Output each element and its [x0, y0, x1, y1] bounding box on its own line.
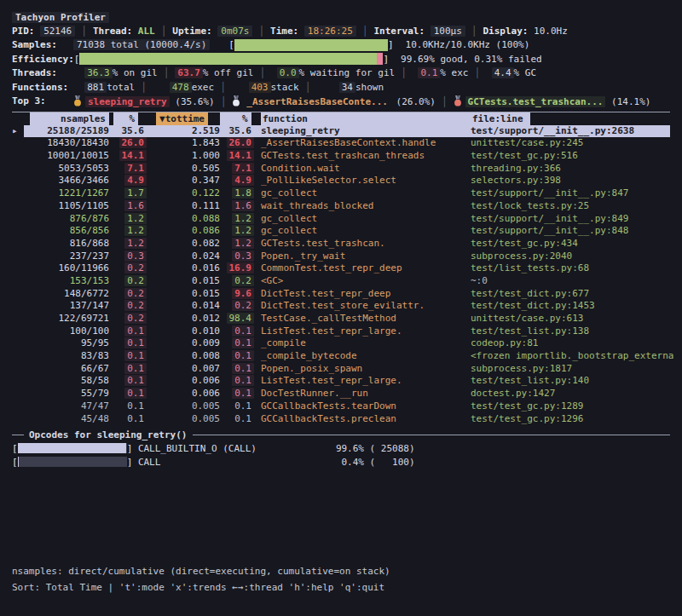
top3-entry[interactable]: sleeping_retry (35.6%) [73, 96, 215, 107]
table-row[interactable]: 47/470.10.0050.1GCCallbackTests.tearDown… [24, 400, 670, 413]
cell-fileline: test/lock_tests.py:25 [471, 200, 682, 213]
table-row[interactable]: 816/8681.20.0821.2GCTests.test_trashcan.… [24, 238, 670, 250]
row-cursor [12, 325, 24, 338]
table-row[interactable]: 100/1000.10.0100.1ListTest.test_repr_lar… [24, 325, 670, 338]
thread-value[interactable]: ALL [138, 26, 155, 37]
opcode-bar-fill [18, 457, 19, 467]
table-row[interactable]: 1221/12671.70.1221.8gc_collecttest/suppo… [24, 187, 670, 200]
cell-fileline: test/support/__init__.py:848 [471, 225, 682, 238]
cell-nsamples: 10001/10015 [24, 150, 109, 163]
cell-pct-direct: 0.1 [109, 350, 147, 363]
column-header-function[interactable]: function [254, 112, 471, 125]
cell-function: Popen._posix_spawn [254, 363, 471, 376]
cell-fileline: <frozen importlib._bootstrap_externa [471, 350, 682, 363]
cell-pct-direct: 0.1 [109, 337, 147, 350]
table-row[interactable]: 122/697210.20.01298.4TestCase._callTestM… [24, 313, 670, 325]
display-label: Display: [483, 26, 528, 37]
stat-unit: stack [271, 82, 299, 93]
table-row[interactable]: 137/1470.20.0140.2DictTest.test_store_ev… [24, 300, 670, 313]
cell-pct-cumulative: 14.1 [220, 150, 254, 163]
cell-nsamples: 3466/3466 [24, 175, 109, 187]
opcode-value: 99.6% ( 25088) [336, 443, 415, 454]
efficiency-bar-open: [ [74, 54, 80, 65]
row-cursor [12, 150, 24, 163]
cell-fileline: test/test_gc.py:1296 [471, 413, 682, 426]
table-row[interactable]: 45/480.10.0050.1GCCallbackTests.preclean… [24, 413, 670, 426]
cell-pct-direct: 0.2 [109, 313, 147, 325]
cell-nsamples: 1105/1105 [24, 200, 109, 213]
samples-bar-open: [ [228, 39, 234, 50]
cell-pct-direct: 1.6 [109, 200, 147, 213]
table-row[interactable]: 148/67720.20.0159.6DictTest.test_repr_de… [24, 288, 670, 301]
stat-value: 0.1 [418, 67, 440, 78]
opcode-bar-fill [18, 443, 126, 453]
cell-function: GCCallbackTests.tearDown [254, 400, 471, 413]
cell-pct-direct: 0.1 [109, 375, 147, 388]
table-row[interactable]: ▸25188/2518935.62.51935.6sleeping_retryt… [24, 125, 670, 138]
cell-pct-direct: 1.2 [109, 225, 147, 238]
column-header-nsamples[interactable]: nsamples [24, 112, 109, 125]
cell-tottime: 0.024 [147, 250, 220, 263]
top3-entry[interactable]: _AssertRaisesBaseConte... (26.0%) [232, 96, 436, 107]
table-row[interactable]: 856/8561.20.0861.2gc_collecttest/support… [24, 225, 670, 238]
table-row[interactable]: 153/1530.20.0150.2<GC>~:0 [24, 275, 670, 288]
row-cursor [12, 313, 24, 325]
table-row[interactable]: 1105/11051.60.1111.6wait_threads_blocked… [24, 200, 670, 213]
cell-pct-cumulative: 98.4 [220, 313, 254, 325]
cell-pct-cumulative: 0.3 [220, 250, 254, 263]
table-row[interactable]: 55/790.10.0060.1DocTestRunner.__rundocte… [24, 388, 670, 400]
table-row[interactable]: 83/830.10.0080.1_compile_bytecode<frozen… [24, 350, 670, 363]
table-row[interactable]: 5053/50537.10.5057.1Condition.waitthread… [24, 163, 670, 176]
row-cursor [12, 225, 24, 238]
column-header-pct-cumulative[interactable]: % [220, 112, 254, 125]
table-row[interactable]: 3466/34664.90.3474.9_PollLikeSelector.se… [24, 175, 670, 187]
cell-function: gc_collect [254, 213, 471, 226]
cell-tottime: 0.014 [147, 300, 220, 313]
table-row[interactable]: 160/119660.20.01616.9CommonTest.test_rep… [24, 262, 670, 275]
uptime-value: 0m07s [217, 26, 252, 37]
cell-pct-cumulative: 0.1 [220, 363, 254, 376]
table-row[interactable]: 58/580.10.0060.1ListTest.test_repr_large… [24, 375, 670, 388]
separator: │ [164, 67, 170, 78]
cell-function: _AssertRaisesBaseContext.handle [254, 137, 471, 150]
separator: │ [259, 67, 265, 78]
cell-nsamples: 122/69721 [24, 313, 109, 325]
stat-unit: % on gil [113, 67, 158, 78]
cell-pct-cumulative: 0.1 [220, 375, 254, 388]
title-line: Tachyon Profiler [12, 10, 670, 24]
cell-fileline: test/support/__init__.py:849 [471, 213, 682, 226]
table-row[interactable]: 237/2370.30.0240.3Popen._try_waitsubproc… [24, 250, 670, 263]
stat-value: 881 [84, 82, 107, 93]
cell-pct-cumulative: 35.6 [220, 125, 254, 138]
cell-pct-cumulative: 16.9 [220, 262, 254, 275]
top3-entry[interactable]: GCTests.test_trashcan... (14.1%) [454, 96, 651, 107]
table-row[interactable]: 18430/1843026.01.84326.0_AssertRaisesBas… [24, 137, 670, 150]
stat-value: 34 [339, 82, 355, 93]
footer: nsamples: direct/cumulative (direct=exec… [12, 563, 390, 596]
cell-function: DictTest.test_repr_deep [254, 288, 471, 301]
cell-fileline: test/test_gc.py:516 [471, 150, 682, 163]
cell-pct-cumulative: 4.9 [220, 175, 254, 187]
cell-nsamples: 95/95 [24, 337, 109, 350]
functions-stats: 881total│ 478exec│ 403stack│ 34shown [73, 82, 384, 93]
cell-nsamples: 83/83 [24, 350, 109, 363]
cell-tottime: 0.005 [147, 400, 220, 413]
row-cursor [12, 413, 24, 426]
cell-function: TestCase._callTestMethod [254, 313, 471, 325]
opcode-label: CALL [138, 457, 336, 468]
threads-label: Threads: [12, 67, 73, 78]
cell-function: _PollLikeSelector.select [254, 175, 471, 187]
column-header-tottime-sorted[interactable]: ▼tottime [147, 112, 220, 125]
column-header-pct-direct[interactable]: % [109, 112, 147, 125]
table-row[interactable]: 876/8761.20.0881.2gc_collecttest/support… [24, 213, 670, 226]
cell-pct-cumulative: 0.1 [220, 400, 254, 413]
table-row[interactable]: 66/670.10.0070.1Popen._posix_spawnsubpro… [24, 363, 670, 376]
column-header-fileline[interactable]: file:line [471, 112, 682, 125]
table-row[interactable]: 95/950.10.0090.1_compilecodeop.py:81 [24, 337, 670, 350]
table-row[interactable]: 10001/1001514.11.00014.1GCTests.test_tra… [24, 150, 670, 163]
cell-tottime: 0.347 [147, 175, 220, 187]
row-cursor [12, 363, 24, 376]
cell-nsamples: 47/47 [24, 400, 109, 413]
cell-function: ListTest.test_repr_large.<locals>.c... [254, 325, 471, 338]
separator: │ [442, 96, 448, 107]
